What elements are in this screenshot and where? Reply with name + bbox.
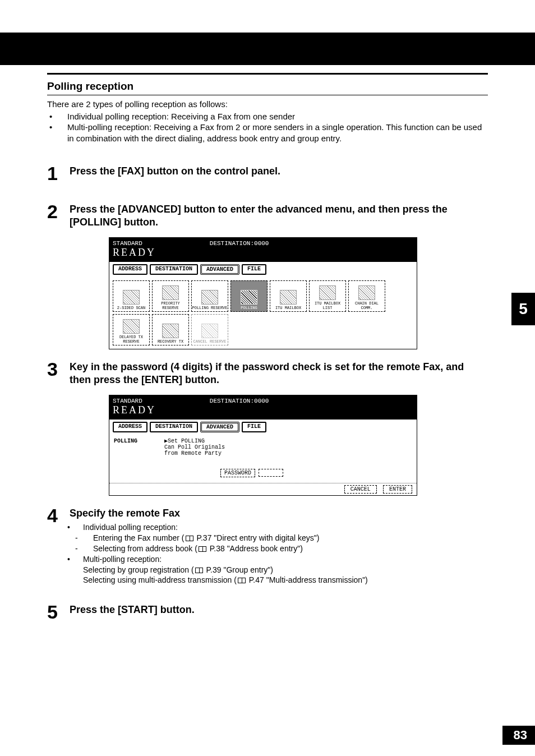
intro-text: There are 2 types of polling reception a… [47, 99, 488, 110]
tab-address[interactable]: ADDRESS [113, 264, 147, 275]
clock-icon [123, 319, 140, 334]
tab-destination[interactable]: DESTINATION [150, 422, 198, 432]
btn-itu-mailbox[interactable]: ITU MAILBOX [270, 280, 307, 312]
btn-delayed-tx[interactable]: DELAYED TX RESERVE [113, 314, 150, 345]
step-1: 1 Press the [FAX] button on the control … [47, 164, 488, 183]
sub-bullet: Multi-polling reception: [73, 554, 488, 565]
lcd-line: Can Poll Originals [164, 444, 412, 450]
text-run: P.39 "Group entry") [204, 565, 273, 574]
btn-label: ITU MAILBOX [275, 306, 301, 310]
text-run: P.47 "Multi-address transmission") [247, 575, 368, 584]
btn-recovery-tx[interactable]: RECOVERY TX [152, 314, 189, 345]
step-number: 5 [47, 602, 70, 621]
step-title: Press the [FAX] button on the control pa… [70, 165, 488, 178]
step-number: 2 [47, 202, 70, 221]
btn-label: POLLING RESERVE [192, 306, 227, 310]
password-input[interactable] [259, 469, 283, 477]
intro-bullet: Individual polling reception: Receiving … [50, 111, 488, 122]
book-icon [195, 568, 203, 573]
intro-bullet: Multi-polling reception: Receiving a Fax… [50, 122, 488, 144]
btn-label: RECOVERY TX [158, 339, 183, 344]
lcd-footer: CANCEL ENTER [109, 483, 417, 495]
tab-file[interactable]: FILE [242, 264, 266, 275]
step-3: 3 Key in the password (4 digits) if the … [47, 359, 488, 387]
lcd-ready: READY [113, 404, 413, 416]
heading-underline [47, 95, 488, 95]
cancel-icon [201, 324, 218, 338]
btn-2sided-scan[interactable]: 2-SIDED SCAN [113, 280, 150, 312]
tab-destination[interactable]: DESTINATION [150, 264, 198, 275]
btn-label: 2-SIDED SCAN [117, 306, 145, 310]
text-run: Entering the Fax number ( [93, 533, 185, 542]
step-title: Press the [START] button. [70, 603, 488, 616]
lcd-destination: DESTINATION:0000 [210, 240, 269, 247]
sub-dash: Selecting from address book ( P.38 "Addr… [73, 543, 488, 554]
book-icon [186, 536, 193, 541]
btn-itu-mailbox-list[interactable]: ITU MAILBOX LIST [309, 280, 346, 312]
lcd-header: STANDARD DESTINATION:0000 READY [109, 395, 417, 420]
tab-advanced[interactable]: ADVANCED [200, 264, 239, 275]
page-number: 83 [502, 726, 535, 745]
step-subtext: Individual polling reception: Entering t… [70, 522, 488, 586]
step-title: Key in the password (4 digits) if the pa… [70, 361, 488, 387]
sub-bullet: Individual polling reception: [73, 522, 488, 533]
recovery-icon [162, 324, 179, 338]
btn-polling-reserve[interactable]: POLLING RESERVE [191, 280, 228, 312]
lcd-button-grid: 2-SIDED SCAN PRIORITY RESERVE POLLING RE… [109, 277, 417, 349]
lcd-mode-label: POLLING [114, 438, 137, 444]
lcd-mode: STANDARD [113, 398, 142, 404]
lcd-screenshot-polling: STANDARD DESTINATION:0000 READY ADDRESS … [109, 395, 417, 496]
book-icon [238, 578, 246, 583]
priority-icon [162, 285, 179, 300]
step-5: 5 Press the [START] button. [47, 602, 488, 621]
btn-label: PRIORITY RESERVE [153, 301, 188, 310]
step-4: 4 Specify the remote Fax Individual poll… [47, 506, 488, 586]
mailbox-list-icon [319, 285, 336, 300]
chapter-tab: 5 [511, 293, 535, 325]
cancel-button[interactable]: CANCEL [344, 485, 377, 494]
text-run: P.37 "Direct entry with digital keys") [195, 533, 320, 542]
page-content: Polling reception There are 2 types of p… [0, 65, 535, 621]
lcd-line: ▶Set POLLING [164, 438, 412, 444]
intro-bullet-list: Individual polling reception: Receiving … [47, 111, 488, 144]
step-title: Specify the remote Fax [70, 507, 488, 520]
mailbox-icon [280, 290, 297, 305]
step-2: 2 Press the [ADVANCED] button to enter t… [47, 202, 488, 229]
book-icon [199, 546, 206, 552]
sub-plain: Selecting using multi-address transmissi… [73, 575, 488, 586]
btn-label: CHAIN DIAL COMM. [349, 301, 385, 310]
tab-file[interactable]: FILE [242, 422, 266, 432]
sub-plain: Selecting by group registration ( P.39 "… [73, 565, 488, 575]
text-run: P.38 "Address book entry") [207, 544, 303, 553]
step-number: 3 [47, 359, 70, 379]
btn-polling[interactable]: POLLING [230, 280, 268, 312]
tab-advanced[interactable]: ADVANCED [200, 422, 239, 432]
lcd-mode: STANDARD [113, 240, 142, 247]
lcd-destination: DESTINATION:0000 [210, 398, 269, 404]
polling-icon [241, 290, 257, 305]
text-run: Selecting by group registration ( [83, 565, 194, 574]
top-rule [47, 73, 488, 75]
sub-dash: Entering the Fax number ( P.37 "Direct e… [73, 533, 488, 543]
chain-dial-icon [358, 285, 375, 300]
text-run: Selecting from address book ( [93, 544, 197, 553]
btn-label: ITU MAILBOX LIST [310, 301, 345, 310]
btn-label: DELAYED TX RESERVE [113, 335, 149, 344]
lcd-header: STANDARD DESTINATION:0000 READY [109, 238, 417, 262]
lcd-tabs: ADDRESS DESTINATION ADVANCED FILE [109, 262, 417, 277]
tab-address[interactable]: ADDRESS [113, 422, 147, 432]
lcd-tabs: ADDRESS DESTINATION ADVANCED FILE [109, 420, 417, 435]
btn-label: POLLING [241, 306, 257, 310]
lcd-ready: READY [113, 247, 413, 259]
lcd-password-row: PASSWORD [220, 469, 412, 477]
enter-button[interactable]: ENTER [383, 485, 412, 494]
header-black-band [0, 33, 535, 65]
text-run: Selecting using multi-address transmissi… [83, 575, 237, 584]
btn-chain-dial[interactable]: CHAIN DIAL COMM. [348, 280, 385, 312]
lcd-body: POLLING ▶Set POLLING Can Poll Originals … [109, 435, 417, 483]
lcd-instruction-text: ▶Set POLLING Can Poll Originals from Rem… [164, 438, 412, 457]
section-heading: Polling reception [47, 80, 488, 93]
password-button[interactable]: PASSWORD [220, 469, 255, 477]
btn-priority-reserve[interactable]: PRIORITY RESERVE [152, 280, 189, 312]
btn-cancel-reserve[interactable]: CANCEL RESERVE [191, 314, 228, 345]
